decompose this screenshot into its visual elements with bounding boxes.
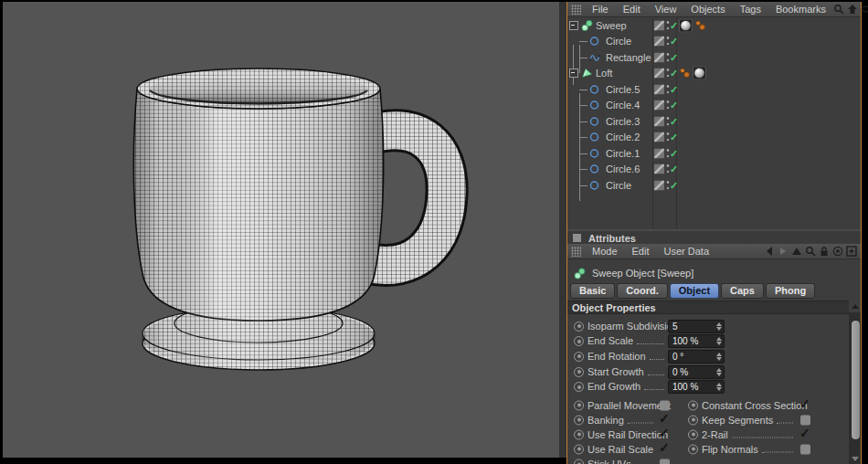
menu-file[interactable]: File xyxy=(585,4,616,15)
tree-row-circle-1[interactable]: Circle.1 xyxy=(567,145,861,162)
scrollbar-thumb[interactable] xyxy=(851,320,861,440)
keyframe-circle-icon[interactable] xyxy=(574,352,584,362)
enabled-check-icon[interactable] xyxy=(670,100,679,111)
enabled-check-icon[interactable] xyxy=(670,52,679,63)
enabled-check-icon[interactable] xyxy=(670,148,679,159)
layer-square-icon[interactable] xyxy=(654,100,664,111)
layer-square-icon[interactable] xyxy=(654,37,664,47)
scroll-down-icon[interactable] xyxy=(849,453,861,464)
enabled-check-icon[interactable] xyxy=(670,68,679,79)
tab-basic[interactable]: Basic xyxy=(570,283,615,299)
menu-edit[interactable]: Edit xyxy=(616,4,648,15)
tree-row-circle[interactable]: Circle xyxy=(567,34,861,50)
menu-mode[interactable]: Mode xyxy=(585,246,625,257)
object-label[interactable]: Circle.1 xyxy=(606,148,640,159)
tab-object[interactable]: Object xyxy=(670,283,719,299)
tab-coord[interactable]: Coord. xyxy=(617,283,667,299)
use-rail-direction-checkbox[interactable] xyxy=(660,429,670,439)
layer-square-icon[interactable] xyxy=(654,180,664,190)
parallel-movement-checkbox[interactable] xyxy=(660,400,670,410)
tree-row-circle-6[interactable]: Circle.6 xyxy=(567,162,861,178)
keyframe-circle-icon[interactable] xyxy=(574,382,584,392)
section-header[interactable]: Object Properties xyxy=(567,301,849,314)
keyframe-circle-icon[interactable] xyxy=(574,400,584,410)
phong-tag-icon[interactable] xyxy=(694,19,706,31)
keyframe-circle-icon[interactable] xyxy=(688,444,698,454)
keyframe-circle-icon[interactable] xyxy=(574,429,584,439)
phong-tag-icon[interactable] xyxy=(679,68,691,79)
up-arrow-icon[interactable] xyxy=(791,246,802,257)
layer-square-icon[interactable] xyxy=(654,69,664,79)
tree-row-circle-2[interactable]: Circle.2 xyxy=(567,130,861,146)
menu-bookmarks[interactable]: Bookmarks xyxy=(768,4,833,15)
tree-row-loft[interactable]: Loft xyxy=(567,66,861,82)
material-tag-icon[interactable] xyxy=(679,18,693,32)
tree-row-circle-5[interactable]: Circle.5 xyxy=(567,81,861,98)
constant-cross-section-checkbox[interactable] xyxy=(800,400,810,410)
back-icon[interactable] xyxy=(764,246,775,257)
expand-toggle-icon[interactable] xyxy=(569,21,578,30)
layer-square-icon[interactable] xyxy=(654,116,664,126)
layer-square-icon[interactable] xyxy=(654,84,664,94)
object-label[interactable]: Rectangle xyxy=(606,52,651,63)
keyframe-circle-icon[interactable] xyxy=(574,336,584,346)
forward-icon[interactable] xyxy=(778,246,789,257)
end-scale-input[interactable]: 100 % xyxy=(668,334,725,348)
object-label[interactable]: Circle.2 xyxy=(606,132,640,142)
two-rail-checkbox[interactable] xyxy=(800,429,810,439)
flip-normals-checkbox[interactable] xyxy=(800,444,810,454)
object-label[interactable]: Circle.5 xyxy=(606,84,640,95)
enabled-check-icon[interactable] xyxy=(670,116,679,127)
keyframe-circle-icon[interactable] xyxy=(574,459,584,464)
layer-square-icon[interactable] xyxy=(654,164,664,174)
add-panel-icon[interactable] xyxy=(846,246,857,257)
object-label[interactable]: Circle.3 xyxy=(606,116,640,127)
clipped-checkbox[interactable] xyxy=(660,459,670,464)
menu-user-data[interactable]: User Data xyxy=(657,246,717,257)
enabled-check-icon[interactable] xyxy=(670,180,679,191)
end-growth-input[interactable]: 100 % xyxy=(668,380,725,394)
tree-row-circle-4[interactable]: Circle.4 xyxy=(567,98,861,114)
scroll-up-icon[interactable] xyxy=(849,301,861,312)
layer-square-icon[interactable] xyxy=(654,52,664,62)
tab-phong[interactable]: Phong xyxy=(766,283,815,299)
target-icon[interactable] xyxy=(832,246,843,257)
keyframe-circle-icon[interactable] xyxy=(688,400,698,410)
start-growth-input[interactable]: 0 % xyxy=(668,365,725,379)
spinner-icon[interactable] xyxy=(715,367,722,377)
keyframe-circle-icon[interactable] xyxy=(574,444,584,454)
panel-splitter[interactable] xyxy=(559,2,566,458)
enabled-check-icon[interactable] xyxy=(670,36,679,47)
end-rotation-input[interactable]: 0 ° xyxy=(668,350,725,364)
enabled-check-icon[interactable] xyxy=(670,163,679,174)
material-tag-icon[interactable] xyxy=(693,67,706,80)
tree-row-sweep[interactable]: Sweep xyxy=(567,17,861,34)
keyframe-circle-icon[interactable] xyxy=(688,429,698,439)
object-label[interactable]: Sweep xyxy=(596,20,627,31)
object-label[interactable]: Loft xyxy=(596,68,612,79)
object-label[interactable]: Circle.6 xyxy=(606,163,640,174)
menu-edit[interactable]: Edit xyxy=(625,246,657,257)
grip-handle-icon[interactable] xyxy=(571,247,581,257)
keyframe-circle-icon[interactable] xyxy=(574,415,584,425)
tab-caps[interactable]: Caps xyxy=(721,283,764,299)
keep-segments-checkbox[interactable] xyxy=(800,415,810,425)
banking-checkbox[interactable] xyxy=(660,415,670,425)
keyframe-circle-icon[interactable] xyxy=(574,367,584,377)
viewport-3d[interactable] xyxy=(3,2,559,458)
enabled-check-icon[interactable] xyxy=(670,20,679,31)
menu-objects[interactable]: Objects xyxy=(683,4,732,15)
enabled-check-icon[interactable] xyxy=(670,84,679,95)
layer-square-icon[interactable] xyxy=(654,148,664,158)
search-icon[interactable] xyxy=(805,246,816,257)
lock-icon[interactable] xyxy=(819,246,830,257)
grip-handle-icon[interactable] xyxy=(571,5,581,15)
menu-view[interactable]: View xyxy=(648,4,684,15)
object-label[interactable]: Circle xyxy=(606,180,631,191)
spinner-icon[interactable] xyxy=(715,322,722,332)
search-icon[interactable] xyxy=(833,4,844,15)
tree-row-circle-last[interactable]: Circle xyxy=(567,177,861,194)
expand-toggle-icon[interactable] xyxy=(569,69,578,78)
attributes-scrollbar[interactable] xyxy=(849,301,861,464)
menu-tags[interactable]: Tags xyxy=(733,4,768,15)
